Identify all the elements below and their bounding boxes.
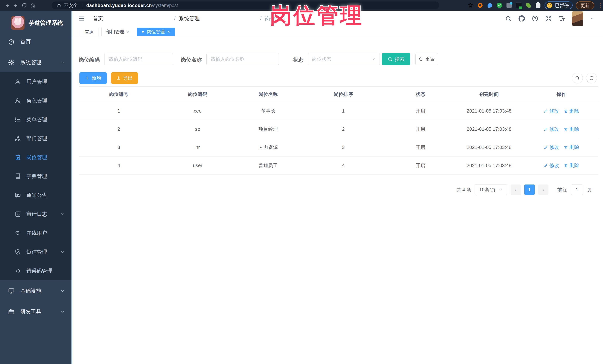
edit-link[interactable]: 修改 bbox=[544, 108, 559, 114]
edit-icon bbox=[544, 145, 548, 149]
search-icon[interactable] bbox=[505, 15, 512, 22]
extension-rows-icon[interactable] bbox=[516, 2, 522, 9]
sidebar-item-role-mgmt[interactable]: 角色管理 bbox=[0, 91, 72, 110]
page-1-button[interactable]: 1 bbox=[524, 185, 535, 195]
sidebar-item-infrastructure[interactable]: 基础设施 bbox=[0, 281, 72, 300]
column-header: 操作 bbox=[524, 91, 599, 98]
post-name-input[interactable] bbox=[206, 53, 279, 65]
export-button[interactable]: 导出 bbox=[111, 72, 138, 84]
pagination: 共 4 条 10条/页 ‹ 1 › 前往 页 bbox=[456, 184, 592, 195]
delete-link[interactable]: 删除 bbox=[564, 144, 579, 151]
cell-name: 项目经理 bbox=[237, 126, 300, 132]
github-icon[interactable] bbox=[518, 15, 525, 22]
refresh-table-button[interactable] bbox=[586, 73, 597, 83]
search-button[interactable]: 搜索 bbox=[382, 53, 410, 65]
goto-page-input[interactable] bbox=[571, 185, 583, 195]
close-icon[interactable]: × bbox=[167, 29, 170, 34]
sidebar-item-label: 错误码管理 bbox=[26, 267, 52, 275]
sidebar-item-dev-tools[interactable]: 研发工具 bbox=[0, 302, 72, 321]
edit-link[interactable]: 修改 bbox=[544, 144, 559, 151]
breadcrumb-home[interactable]: 首页 bbox=[93, 15, 171, 22]
delete-link[interactable]: 删除 bbox=[564, 108, 579, 114]
chrome-right-icons: 已暂停 更新 ⋮ bbox=[467, 0, 601, 11]
cell-status: 开启 bbox=[387, 144, 454, 151]
sidebar-item-error-code-mgmt[interactable]: 错误码管理 bbox=[0, 262, 72, 280]
next-page-button[interactable]: › bbox=[538, 185, 548, 195]
sidebar-item-label: 通知公告 bbox=[26, 192, 47, 199]
edit-label: 修改 bbox=[549, 144, 559, 151]
help-icon[interactable] bbox=[532, 15, 538, 22]
status-select[interactable] bbox=[308, 53, 380, 65]
sidebar-item-menu-mgmt[interactable]: 菜单管理 bbox=[0, 110, 72, 129]
post-badge-icon bbox=[14, 154, 21, 161]
close-icon[interactable]: × bbox=[127, 29, 129, 34]
edit-link[interactable]: 修改 bbox=[544, 162, 559, 169]
edit-icon bbox=[544, 109, 548, 113]
caret-down-icon[interactable] bbox=[590, 16, 594, 21]
fullscreen-icon[interactable] bbox=[545, 15, 552, 22]
delete-link[interactable]: 删除 bbox=[564, 126, 579, 132]
extension-grid-icon[interactable] bbox=[506, 2, 512, 9]
sidebar-item-online-users[interactable]: 在线用户 bbox=[0, 224, 72, 243]
address-bar[interactable]: 不安全 dashboard.yudao.iocoder.cn/system/po… bbox=[52, 1, 439, 9]
extension-check-icon[interactable] bbox=[496, 2, 503, 9]
browser-reload-button[interactable] bbox=[20, 1, 29, 10]
prev-page-button[interactable]: ‹ bbox=[510, 185, 521, 195]
browser-forward-button[interactable] bbox=[12, 1, 20, 10]
cell-sort: 1 bbox=[300, 108, 387, 114]
sidebar-item-label: 用户管理 bbox=[26, 78, 47, 85]
profile-paused-badge[interactable]: 已暂停 bbox=[545, 1, 573, 9]
content: 岗位编码 岗位名称 状态 搜索 重置 新增 导出 bbox=[72, 36, 603, 364]
cell-code: user bbox=[159, 163, 237, 168]
sidebar-logo-row[interactable]: 芋道管理系统 bbox=[0, 13, 72, 33]
chevron-down-icon bbox=[60, 250, 65, 254]
sidebar-item-user-mgmt[interactable]: 用户管理 bbox=[0, 72, 72, 91]
logo-rabbit-image bbox=[11, 16, 24, 30]
extension-drop-icon[interactable] bbox=[487, 2, 493, 9]
extensions-puzzle-icon[interactable] bbox=[535, 2, 541, 9]
sidebar-item-system-mgmt[interactable]: 系统管理 bbox=[0, 53, 72, 72]
sidebar-item-post-mgmt[interactable]: 岗位管理 bbox=[0, 148, 72, 167]
browser-menu-kebab-icon[interactable]: ⋮ bbox=[597, 2, 601, 9]
tab-dept-mgmt[interactable]: 部门管理 × bbox=[101, 28, 134, 36]
post-code-input[interactable] bbox=[104, 53, 173, 65]
reset-button[interactable]: 重置 bbox=[415, 53, 438, 65]
extension-sprout-icon[interactable] bbox=[525, 2, 532, 9]
edit-label: 修改 bbox=[549, 108, 559, 114]
add-button-label: 新增 bbox=[92, 75, 101, 81]
bookmark-star-icon[interactable] bbox=[467, 2, 474, 9]
delete-label: 删除 bbox=[569, 144, 579, 151]
sidebar-item-label: 系统管理 bbox=[20, 59, 41, 66]
emoji-face-icon bbox=[546, 2, 553, 9]
add-button[interactable]: 新增 bbox=[80, 72, 107, 84]
browser-home-button[interactable] bbox=[29, 1, 37, 10]
extension-orange-icon[interactable] bbox=[477, 2, 483, 9]
delete-link[interactable]: 删除 bbox=[564, 162, 579, 169]
browser-back-button[interactable] bbox=[3, 1, 12, 10]
font-size-icon[interactable] bbox=[558, 15, 565, 22]
org-tree-icon bbox=[14, 135, 21, 142]
cell-name: 董事长 bbox=[237, 108, 300, 114]
toggle-search-button[interactable] bbox=[572, 73, 583, 83]
browser-update-button[interactable]: 更新 bbox=[576, 1, 594, 9]
sidebar-item-dict-mgmt[interactable]: 字典管理 bbox=[0, 167, 72, 186]
sidebar-item-dept-mgmt[interactable]: 部门管理 bbox=[0, 129, 72, 148]
app-title: 芋道管理系统 bbox=[29, 19, 63, 27]
avatar[interactable] bbox=[572, 11, 583, 26]
cell-status: 开启 bbox=[387, 162, 454, 169]
sidebar-item-home[interactable]: 首页 bbox=[0, 32, 72, 51]
breadcrumb-system-mgmt[interactable]: 系统管理 bbox=[179, 15, 257, 22]
sidebar-item-audit-log[interactable]: 审计日志 bbox=[0, 205, 72, 224]
edit-link[interactable]: 修改 bbox=[544, 126, 559, 132]
sidebar-collapse-button[interactable] bbox=[78, 15, 85, 22]
cell-id: 3 bbox=[79, 144, 159, 150]
page-size-select[interactable]: 10条/页 bbox=[475, 185, 507, 195]
tab-label: 岗位管理 bbox=[147, 29, 165, 35]
tab-home[interactable]: 首页 bbox=[80, 28, 99, 36]
sidebar-item-notice[interactable]: 通知公告 bbox=[0, 186, 72, 205]
tab-label: 部门管理 bbox=[106, 29, 124, 35]
dashboard-icon bbox=[8, 38, 15, 45]
sidebar-item-sms-mgmt[interactable]: 短信管理 bbox=[0, 243, 72, 262]
refresh-icon bbox=[418, 57, 423, 61]
tab-post-mgmt[interactable]: 岗位管理 × bbox=[137, 28, 175, 36]
